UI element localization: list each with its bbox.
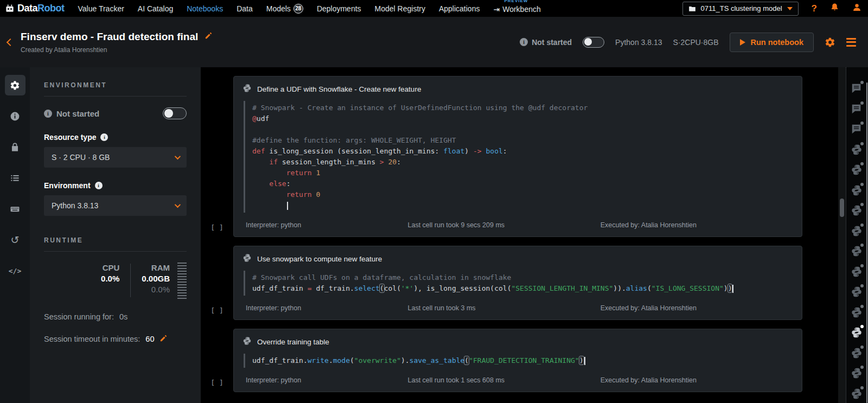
panel-session-toggle[interactable]: [163, 107, 187, 119]
python-cell-icon[interactable]: [851, 347, 863, 359]
chevron-down-icon: [787, 7, 793, 10]
code-editor[interactable]: # Snowpark call UDFs on a dataframe, cal…: [244, 271, 793, 296]
comment-cell-icon[interactable]: [851, 103, 863, 115]
cell-executed-by: Executed by: Atalia Horenshtien: [601, 376, 697, 384]
cell-executed-by: Executed by: Atalia Horenshtien: [601, 221, 697, 229]
rail-code-icon[interactable]: </>: [5, 260, 25, 281]
project-name: 0711_TS clustering model: [701, 4, 782, 12]
nav-workbench[interactable]: PREVIEW ⇥ Workbench: [493, 4, 540, 14]
rail-list-icon[interactable]: [5, 168, 25, 188]
nav-ai-catalog[interactable]: AI Catalog: [138, 4, 173, 13]
minimap-edge: [866, 82, 867, 403]
menu-hamburger-icon[interactable]: [846, 38, 856, 47]
edit-timeout-pencil-icon[interactable]: [159, 334, 168, 344]
python-cell-icon[interactable]: [851, 184, 863, 196]
python-cell-icon[interactable]: [851, 164, 863, 176]
panel-status-text: Not started: [56, 109, 99, 118]
python-version: Python 3.8.13: [615, 38, 662, 47]
chevron-down-icon: [175, 153, 181, 159]
environment-label: Environment: [44, 181, 91, 190]
rail-keyboard-icon[interactable]: [5, 199, 25, 219]
info-icon[interactable]: i: [520, 38, 528, 46]
rail-history-icon[interactable]: ↺: [5, 229, 25, 250]
notebook-cell[interactable]: Define a UDF with Snowflake - Create new…: [233, 76, 802, 237]
robot-icon: [4, 3, 15, 14]
cell-executed-by: Executed by: Atalia Horenshtien: [601, 304, 697, 312]
comment-cell-icon[interactable]: [851, 123, 863, 135]
notebook-cell[interactable]: Override training table udf_df_train.wri…: [233, 329, 802, 392]
chevron-down-icon: [175, 202, 181, 208]
created-by-text: Created by Atalia Horenshtien: [21, 46, 213, 54]
python-cell-icon[interactable]: [851, 204, 863, 216]
nav-data[interactable]: Data: [237, 4, 253, 13]
execution-count: [ ]: [201, 246, 233, 320]
session-toggle[interactable]: [583, 37, 604, 48]
cell-last-run: Last cell run took 9 secs 209 ms: [408, 221, 505, 229]
play-icon: [740, 39, 745, 46]
notebook-canvas: [ ] Define a UDF with Snowflake - Create…: [201, 67, 838, 403]
cpu-value: 0.0%: [101, 273, 119, 284]
nav-notebooks[interactable]: Notebooks: [187, 4, 223, 13]
run-notebook-button[interactable]: Run notebook: [730, 33, 814, 52]
arrow-into-bracket-icon: ⇥: [493, 5, 500, 14]
info-icon[interactable]: i: [44, 110, 52, 118]
edit-title-pencil-icon[interactable]: [205, 31, 213, 42]
info-icon[interactable]: i: [95, 182, 103, 189]
rail-settings-gear-icon[interactable]: [5, 75, 25, 95]
cell-interpreter: Interpreter: python: [246, 376, 301, 384]
logo-text-data: Data: [17, 3, 37, 14]
scrollbar-thumb[interactable]: [840, 199, 844, 217]
vertical-scrollbar[interactable]: [838, 67, 846, 403]
back-arrow-icon[interactable]: [7, 38, 14, 46]
nav-models[interactable]: Models28: [266, 4, 303, 14]
user-profile-icon[interactable]: [852, 3, 861, 14]
python-cell-icon[interactable]: [851, 225, 863, 237]
python-cell-icon[interactable]: [851, 144, 863, 156]
rail-info-icon[interactable]: [5, 106, 25, 126]
nav-value-tracker[interactable]: Value Tracker: [78, 4, 124, 13]
execution-count: [ ]: [201, 76, 233, 237]
status-badge: i Not started: [520, 38, 572, 47]
code-editor[interactable]: udf_df_train.write.mode("overwrite").sav…: [244, 354, 793, 368]
python-cell-icon[interactable]: [851, 286, 863, 298]
python-cell-icon[interactable]: [851, 327, 863, 338]
session-timeout-label: Session timeout in minutes:: [44, 335, 140, 343]
nav-model-registry[interactable]: Model Registry: [375, 4, 425, 13]
execution-count: [ ]: [201, 329, 233, 392]
notebook-cell[interactable]: Use snowpark to compute new feature # Sn…: [233, 246, 802, 320]
cell-interpreter: Interpreter: python: [246, 221, 301, 229]
python-cell-icon[interactable]: [851, 306, 863, 318]
resource-type-dropdown[interactable]: S · 2 CPU · 8 GB: [44, 147, 187, 168]
notebook-cell-row: [ ] Use snowpark to compute new feature …: [201, 246, 802, 320]
folder-icon: [688, 5, 696, 12]
python-cell-icon[interactable]: [851, 367, 863, 379]
ram-label: RAM: [142, 263, 170, 273]
settings-gear-icon[interactable]: [825, 37, 835, 48]
session-running-value: 0s: [119, 312, 127, 321]
cell-last-run: Last cell run took 3 ms: [408, 304, 476, 312]
environment-dropdown[interactable]: Python 3.8.13: [44, 195, 187, 216]
cell-interpreter: Interpreter: python: [246, 304, 301, 312]
info-icon[interactable]: i: [100, 133, 108, 141]
python-cell-icon[interactable]: [851, 388, 863, 400]
environment-heading: ENVIRONMENT: [44, 81, 187, 89]
comment-cell-icon[interactable]: [851, 82, 863, 94]
help-icon[interactable]: ?: [812, 3, 817, 14]
python-cell-icon[interactable]: [851, 266, 863, 278]
project-selector[interactable]: 0711_TS clustering model: [682, 2, 799, 16]
python-cell-icon[interactable]: [851, 245, 863, 257]
environment-panel: ENVIRONMENT i Not started Resource typei…: [30, 67, 201, 403]
python-icon: [242, 253, 252, 265]
ram-percent: 0.0%: [142, 284, 170, 295]
notebook-cell-row: [ ] Override training table udf_df_train…: [201, 329, 802, 392]
runtime-heading: RUNTIME: [44, 236, 187, 244]
code-editor[interactable]: # Snowpark - Create an instance of UserD…: [244, 101, 793, 213]
notifications-bell-icon[interactable]: [830, 3, 839, 14]
nav-applications[interactable]: Applications: [439, 4, 480, 13]
logo-text-robot: Robot: [37, 3, 64, 14]
nav-deployments[interactable]: Deployments: [317, 4, 361, 13]
ram-usage-bar: [177, 263, 187, 299]
datarobot-logo[interactable]: DataRobot: [4, 3, 65, 14]
cell-title: Use snowpark to compute new feature: [257, 255, 382, 263]
rail-lock-icon[interactable]: [5, 137, 25, 157]
